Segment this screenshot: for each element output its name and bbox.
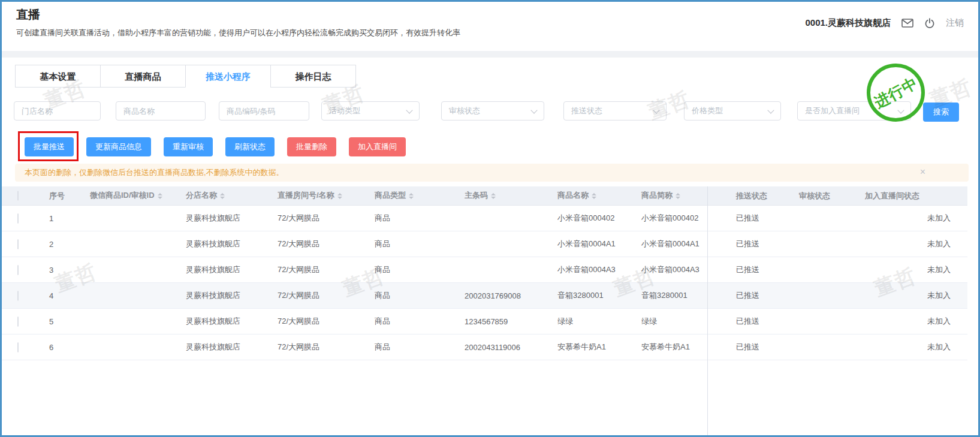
cell-index: 4 xyxy=(36,291,84,300)
table-row: 1灵蕨科技旗舰店72/大网膜品商品小米音箱000402小米音箱000402 xyxy=(2,206,707,231)
cell-checkbox xyxy=(2,266,36,275)
cell-short_name: 小米音箱0004A3 xyxy=(635,264,707,275)
header-cell-checkbox xyxy=(2,191,36,200)
table-scroll-section: 序号微信商品ID/审核ID分店名称直播房间号/名称商品类型主条码商品名称商品简称… xyxy=(2,186,707,361)
table-row: 3灵蕨科技旗舰店72/大网膜品商品小米音箱0004A3小米音箱0004A3 xyxy=(2,257,707,283)
cell-checkbox xyxy=(2,240,36,249)
cell-store: 灵蕨科技旗舰店 xyxy=(180,342,272,352)
header-right: 0001.灵蕨科技旗舰店 注销 xyxy=(805,17,964,29)
chevron-down-icon xyxy=(767,107,774,113)
row-checkbox[interactable] xyxy=(17,239,19,249)
row-checkbox[interactable] xyxy=(17,317,19,327)
row-checkbox[interactable] xyxy=(17,291,19,301)
page-title: 直播 xyxy=(16,7,40,23)
sort-down-caret xyxy=(491,197,496,201)
sort-up-caret xyxy=(676,191,680,195)
table-row: 4灵蕨科技旗舰店72/大网膜品商品2002031769008音箱3280001音… xyxy=(2,283,707,309)
product-code-input[interactable] xyxy=(219,101,309,120)
logout-button[interactable]: 注销 xyxy=(946,17,964,29)
sort-icon[interactable] xyxy=(491,191,496,201)
cell-name: 绿绿 xyxy=(551,316,635,327)
header-cell-type: 商品类型 xyxy=(369,190,459,201)
cell-short_name: 绿绿 xyxy=(635,316,707,327)
table-fixed-row: 已推送未加入 xyxy=(707,231,967,257)
sort-icon[interactable] xyxy=(676,191,680,201)
table-row: 5灵蕨科技旗舰店72/大网膜品商品1234567859绿绿绿绿 xyxy=(2,309,707,334)
cell-store: 灵蕨科技旗舰店 xyxy=(180,264,272,275)
cell-type: 商品 xyxy=(369,316,459,327)
header-cell-index: 序号 xyxy=(36,191,84,201)
table-fixed-header-row: 推送状态审核状态加入直播间状态 xyxy=(707,186,967,206)
header-cell-short_name: 商品简称 xyxy=(635,190,707,201)
cell-store: 灵蕨科技旗舰店 xyxy=(180,290,272,301)
header-label-join_status: 加入直播间状态 xyxy=(865,191,919,200)
table-fixed-row: 已推送未加入 xyxy=(707,206,967,231)
table-fixed-row: 已推送未加入 xyxy=(707,283,967,309)
cell-room: 72/大网膜品 xyxy=(272,264,369,275)
header-label-name: 商品名称 xyxy=(557,191,589,200)
mail-icon[interactable] xyxy=(901,19,913,28)
update-product-info-button[interactable]: 更新商品信息 xyxy=(86,137,151,156)
sort-down-caret xyxy=(158,197,162,201)
alert-close-icon[interactable]: × xyxy=(920,167,925,177)
power-icon[interactable] xyxy=(924,18,935,29)
row-checkbox[interactable] xyxy=(17,265,19,275)
header-cell-wechat_id: 微信商品ID/审核ID xyxy=(84,190,180,201)
cell-index: 5 xyxy=(36,317,84,326)
cell-push_status: 已推送 xyxy=(707,290,781,301)
header-divider-band xyxy=(2,51,978,58)
search-button[interactable]: 搜索 xyxy=(923,103,959,122)
select-all-checkbox[interactable] xyxy=(17,191,19,201)
sort-up-caret xyxy=(220,191,225,195)
product-name-input[interactable] xyxy=(116,101,206,120)
batch-delete-button[interactable]: 批量删除 xyxy=(287,137,336,156)
store-name-input[interactable] xyxy=(14,101,101,120)
refresh-status-button[interactable]: 刷新状态 xyxy=(225,137,275,156)
price-type-select[interactable]: 价格类型 xyxy=(684,101,781,120)
sort-icon[interactable] xyxy=(220,191,225,201)
cell-type: 商品 xyxy=(369,213,459,224)
cell-index: 1 xyxy=(36,214,84,223)
audit-status-select[interactable]: 审核状态 xyxy=(441,101,544,120)
sort-down-caret xyxy=(676,197,680,201)
cell-short_name: 小米音箱000402 xyxy=(635,213,707,224)
header-label-wechat_id: 微信商品ID/审核ID xyxy=(90,191,155,200)
sort-icon[interactable] xyxy=(337,191,342,201)
sort-down-caret xyxy=(337,197,342,201)
cell-short_name: 音箱3280001 xyxy=(635,290,707,301)
sort-icon[interactable] xyxy=(592,191,596,201)
tab-operation-log[interactable]: 操作日志 xyxy=(270,65,356,88)
re-audit-button[interactable]: 重新审核 xyxy=(164,137,213,156)
cell-name: 音箱3280001 xyxy=(551,290,635,301)
cell-name: 小米音箱0004A1 xyxy=(551,239,635,249)
audit-status-placeholder: 审核状态 xyxy=(449,106,480,116)
batch-push-button[interactable]: 批量推送 xyxy=(25,137,74,156)
cell-room: 72/大网膜品 xyxy=(272,213,369,224)
cell-join_status: 未加入 xyxy=(856,239,967,249)
action-bar: 批量推送更新商品信息重新审核刷新状态批量删除加入直播间 xyxy=(25,137,406,156)
activity-type-select[interactable]: 活动类型 xyxy=(321,101,420,120)
cell-join_status: 未加入 xyxy=(856,342,967,352)
sort-icon[interactable] xyxy=(158,191,162,201)
cell-store: 灵蕨科技旗舰店 xyxy=(180,213,272,224)
push-status-select[interactable]: 推送状态 xyxy=(563,101,667,120)
row-checkbox[interactable] xyxy=(17,213,19,224)
row-checkbox[interactable] xyxy=(17,342,19,352)
join-live-room-button[interactable]: 加入直播间 xyxy=(349,137,406,156)
cell-name: 小米音箱0004A3 xyxy=(551,264,635,275)
tab-live-products[interactable]: 直播商品 xyxy=(100,65,186,88)
cell-short_name: 安慕希牛奶A1 xyxy=(635,342,707,352)
header-cell-room: 直播房间号/名称 xyxy=(272,190,369,201)
tab-push-mini-program[interactable]: 推送小程序 xyxy=(185,65,271,88)
cell-type: 商品 xyxy=(369,264,459,275)
cell-join_status: 未加入 xyxy=(856,213,967,224)
tab-basic-settings[interactable]: 基本设置 xyxy=(15,65,101,88)
cell-name: 小米音箱000402 xyxy=(551,213,635,224)
header-label-barcode: 主条码 xyxy=(465,191,488,200)
sort-up-caret xyxy=(158,191,162,195)
cell-checkbox xyxy=(2,214,36,223)
sort-up-caret xyxy=(337,191,342,195)
sort-icon[interactable] xyxy=(409,191,414,201)
cell-name: 安慕希牛奶A1 xyxy=(551,342,635,352)
cell-index: 2 xyxy=(36,240,84,249)
